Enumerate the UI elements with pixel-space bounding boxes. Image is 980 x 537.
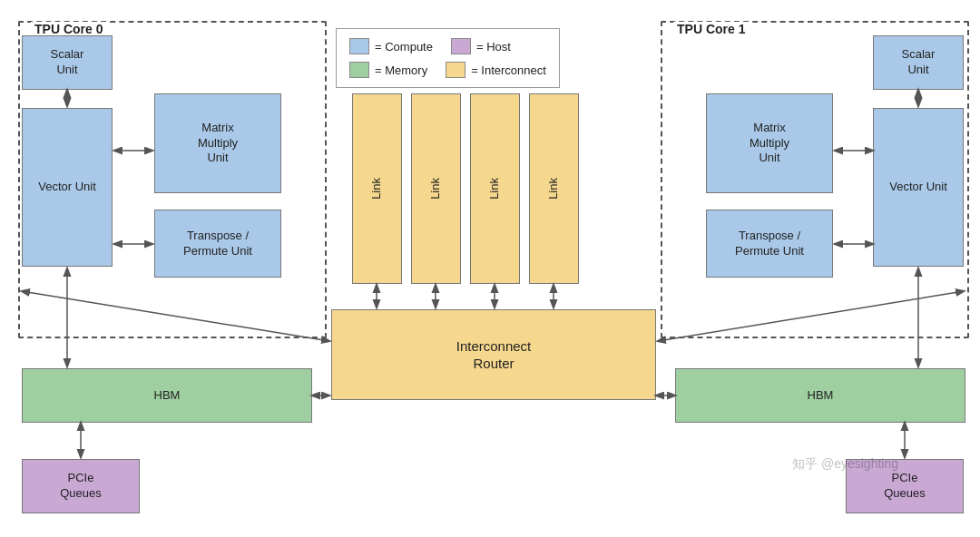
legend-host: = Host (451, 38, 511, 54)
scalar-unit-left: Scalar Unit (22, 35, 113, 90)
legend-interconnect-box (446, 62, 466, 78)
tpu-core-1-label: TPU Core 1 (673, 22, 749, 36)
legend-host-box (451, 38, 471, 54)
matrix-multiply-left: Matrix Multiply Unit (154, 93, 281, 193)
diagram: = Compute = Host = Memory = Interconnect… (9, 10, 971, 527)
interconnect-router: Interconnect Router (331, 309, 656, 400)
scalar-unit-right: Scalar Unit (873, 35, 964, 90)
matrix-multiply-right: Matrix Multiply Unit (706, 93, 833, 193)
transpose-permute-right: Transpose / Permute Unit (706, 210, 833, 278)
legend-row-1: = Compute = Host (349, 38, 546, 54)
legend-row-2: = Memory = Interconnect (349, 62, 546, 78)
vector-unit-left: Vector Unit (22, 108, 113, 267)
legend-host-label: = Host (476, 40, 511, 54)
legend-memory-box (349, 62, 369, 78)
legend-compute-label: = Compute (375, 40, 433, 54)
legend-interconnect: = Interconnect (446, 62, 546, 78)
legend-compute: = Compute (349, 38, 433, 54)
pcie-left: PCIe Queues (22, 459, 140, 513)
legend-memory-label: = Memory (375, 63, 427, 77)
legend-memory: = Memory (349, 62, 427, 78)
link-4: Link (529, 93, 579, 284)
link-2: Link (411, 93, 461, 284)
legend: = Compute = Host = Memory = Interconnect (336, 28, 560, 88)
vector-unit-right: Vector Unit (873, 108, 964, 267)
watermark: 知乎 @eyesighting (792, 456, 898, 473)
legend-interconnect-label: = Interconnect (471, 63, 546, 77)
hbm-left: HBM (22, 368, 312, 423)
transpose-permute-left: Transpose / Permute Unit (154, 210, 281, 278)
hbm-right: HBM (675, 368, 965, 423)
legend-compute-box (349, 38, 369, 54)
link-3: Link (470, 93, 520, 284)
link-1: Link (352, 93, 402, 284)
tpu-core-0-label: TPU Core 0 (31, 22, 106, 36)
